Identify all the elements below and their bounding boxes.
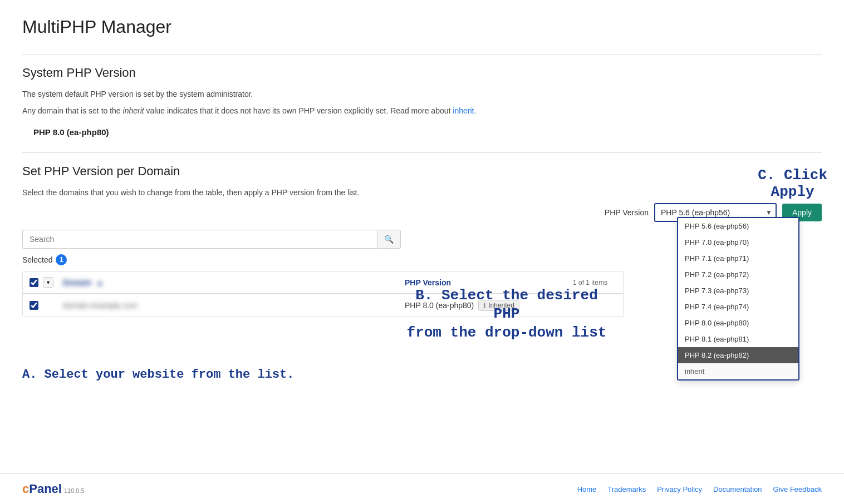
header-dropdown-arrow[interactable]: ▾ (43, 277, 53, 288)
footer-link-feedback[interactable]: Give Feedback (773, 485, 822, 493)
footer: cPanel 110.0.5 Home Trademarks Privacy P… (0, 473, 844, 504)
footer-link-documentation[interactable]: Documentation (713, 485, 762, 493)
dropdown-item-php56[interactable]: PHP 5.6 (ea-php56) (678, 218, 798, 234)
php-version-label: PHP Version (605, 208, 649, 217)
dropdown-item-php71[interactable]: PHP 7.1 (ea-php71) (678, 250, 798, 266)
system-php-section: System PHP Version The system default PH… (22, 66, 822, 137)
desc2-prefix: Any domain that is set to the (22, 106, 123, 115)
set-php-title: Set PHP Version per Domain (22, 164, 822, 179)
search-input[interactable] (22, 230, 377, 249)
annotation-b: B. Select the desired PHP from the drop-… (401, 286, 612, 343)
system-php-desc1: The system default PHP version is set by… (22, 88, 822, 100)
dropdown-item-php70[interactable]: PHP 7.0 (ea-php70) (678, 234, 798, 250)
system-php-desc2: Any domain that is set to the inherit va… (22, 105, 822, 117)
search-button[interactable]: 🔍 (377, 230, 401, 249)
dropdown-item-php82[interactable]: PHP 8.2 (ea-php82) (678, 347, 798, 363)
col-header-php: PHP Version (405, 278, 549, 287)
inherit-link[interactable]: inherit (453, 106, 474, 115)
dropdown-item-inherit[interactable]: inherit (678, 363, 798, 379)
selected-count-badge: 1 (56, 254, 67, 265)
section-divider-2 (22, 152, 822, 153)
row-domain: domain-example.com (63, 301, 405, 310)
search-row: 🔍 (22, 230, 401, 249)
header-check-col: ▾ (30, 277, 63, 288)
row-check-col (30, 301, 63, 310)
brand-c: c (22, 482, 29, 496)
section-divider-1 (22, 54, 822, 55)
col-header-domain[interactable]: Domain ▲ (63, 278, 405, 287)
system-php-title: System PHP Version (22, 66, 822, 80)
footer-brand: cPanel 110.0.5 (22, 482, 85, 496)
page-title: MultiPHP Manager (22, 17, 822, 37)
desc2-italic: inherit (123, 106, 144, 115)
footer-link-trademarks[interactable]: Trademarks (607, 485, 646, 493)
footer-link-home[interactable]: Home (577, 485, 597, 493)
desc2-middle: value indicates that it does not have it… (144, 106, 453, 115)
items-count: 1 of 1 items (549, 279, 616, 286)
dropdown-item-php73[interactable]: PHP 7.3 (ea-php73) (678, 283, 798, 299)
php-version-dropdown-list[interactable]: PHP 5.6 (ea-php56) PHP 7.0 (ea-php70) PH… (677, 217, 799, 381)
dropdown-item-php74[interactable]: PHP 7.4 (ea-php74) (678, 299, 798, 315)
footer-links: Home Trademarks Privacy Policy Documenta… (577, 485, 822, 493)
annotation-a: A. Select your website from the list. (22, 368, 294, 382)
current-php-version: PHP 8.0 (ea-php80) (33, 127, 822, 137)
set-php-desc: Select the domains that you wish to chan… (22, 186, 822, 199)
annotation-c: C. Click Apply (758, 167, 827, 200)
selected-label: Selected (22, 255, 52, 264)
footer-link-privacy[interactable]: Privacy Policy (657, 485, 702, 493)
dropdown-item-php80[interactable]: PHP 8.0 (ea-php80) (678, 315, 798, 331)
row-checkbox[interactable] (30, 301, 38, 310)
brand-version: 110.0.5 (64, 487, 85, 494)
dropdown-item-php72[interactable]: PHP 7.2 (ea-php72) (678, 266, 798, 283)
select-all-checkbox[interactable] (30, 278, 38, 287)
dropdown-item-php81[interactable]: PHP 8.1 (ea-php81) (678, 331, 798, 347)
desc2-suffix: . (474, 106, 476, 115)
sort-arrow-icon: ▲ (96, 278, 104, 287)
brand-logo: cPanel (22, 482, 62, 496)
brand-panel: Panel (29, 482, 62, 496)
domain-col-label: Domain (63, 278, 91, 287)
